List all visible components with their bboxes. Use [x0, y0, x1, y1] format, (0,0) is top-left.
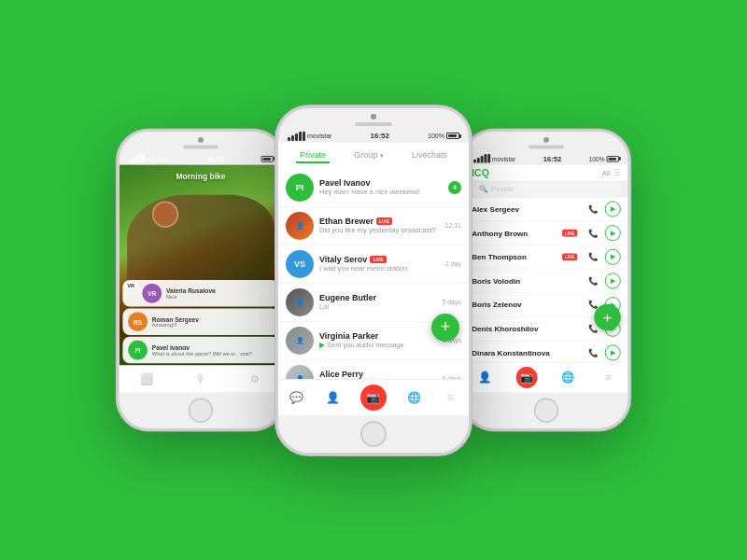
- right-carrier: movistar: [492, 156, 515, 162]
- contact-actions-alex: 📞 ▶: [585, 201, 621, 217]
- tab-livechats[interactable]: Livechats: [408, 148, 451, 163]
- contact-boris-v[interactable]: Boris Volodin 📞 ▶: [465, 270, 628, 294]
- contact-name-anthony: Anthony Brown: [472, 229, 557, 238]
- card-vr-avatar: VR: [142, 284, 162, 303]
- info-vitaly: Vitaly Serov LIVE I wait you near metro …: [319, 255, 440, 273]
- contacts-filter[interactable]: All: [602, 169, 610, 177]
- center-nav-chat-icon[interactable]: 💬: [288, 388, 306, 407]
- card-rs[interactable]: RS Roman Sergeev Amazing!!!: [122, 308, 278, 335]
- center-phone-top: [278, 108, 469, 130]
- filter-icon[interactable]: ☰: [613, 168, 621, 177]
- center-time: 16:52: [371, 132, 389, 140]
- right-battery-icon: [607, 156, 619, 162]
- name-vitaly: Vitaly Serov: [319, 255, 367, 264]
- contact-name-boris-z: Boris Zelenov: [472, 301, 581, 310]
- right-speaker: [529, 146, 564, 149]
- info-eugene: Eugene Butler Lol: [319, 293, 436, 311]
- video-alex[interactable]: ▶: [605, 201, 621, 217]
- msg-virginia: ▶ Sent you audio message: [319, 341, 436, 349]
- call-alex[interactable]: 📞: [585, 201, 601, 217]
- name-virginia: Virginia Parker: [319, 331, 378, 341]
- video-ben[interactable]: ▶: [605, 249, 621, 265]
- right-signal: movistar: [473, 154, 515, 163]
- contacts-title: ICQ: [472, 167, 489, 177]
- name-alice: Alice Perry: [319, 370, 363, 379]
- right-fab-button[interactable]: +: [594, 304, 621, 331]
- avatar-eugene: 👤: [286, 288, 314, 316]
- call-boris-v[interactable]: 📞: [585, 273, 601, 288]
- center-home-button[interactable]: [360, 421, 387, 447]
- left-carrier: movistar: [147, 156, 170, 162]
- center-status-bar: movistar 16:52 100%: [278, 130, 469, 143]
- card-pi-msg: What is about the game? Will we w... one…: [152, 351, 274, 357]
- left-nav-chat-icon[interactable]: ⬜: [137, 371, 155, 388]
- video-anthony[interactable]: ▶: [605, 225, 621, 241]
- contact-alex[interactable]: Alex Sergeev 📞 ▶: [465, 198, 628, 222]
- name-pavel: Pavel Ivanov: [319, 178, 371, 188]
- contacts-search[interactable]: 🔍 People: [472, 183, 621, 196]
- name-ethan: Ethan Brewer: [319, 217, 374, 226]
- left-battery-fill: [262, 157, 271, 160]
- call-anthony[interactable]: 📞: [585, 225, 601, 241]
- right-home-button[interactable]: [534, 398, 559, 423]
- chat-item-alice[interactable]: 👤 Alice Perry What are you doing now? 6 …: [278, 360, 469, 379]
- chat-cards: VR VR Valeria Rusalova Nice RS Roman Ser…: [120, 278, 283, 365]
- info-alice: Alice Perry What are you doing now?: [319, 370, 436, 379]
- msg-pavel: Hey man! Have a nice weekend!: [319, 188, 443, 196]
- card-vr[interactable]: VR VR Valeria Rusalova Nice: [122, 280, 278, 307]
- contact-actions-dinara: 📞 ▶: [585, 344, 621, 360]
- contact-anthony[interactable]: Anthony Brown LIVE 📞 ▶: [465, 221, 628, 245]
- vr-label: VR: [124, 282, 137, 289]
- card-pi[interactable]: PI Pavel Ivanov What is about the game? …: [122, 337, 278, 364]
- phone-center: movistar 16:52 100% Private Group ▾ Live…: [275, 105, 472, 455]
- contact-actions-ben: 📞 ▶: [585, 249, 621, 265]
- tab-private[interactable]: Private: [296, 148, 330, 163]
- avatar-alice: 👤: [286, 365, 314, 379]
- right-phone-top: [465, 132, 628, 152]
- chat-item-vitaly[interactable]: VS Vitaly Serov LIVE I wait you near met…: [278, 245, 469, 284]
- left-speaker: [183, 146, 218, 149]
- center-nav-person-icon[interactable]: 👤: [324, 388, 343, 407]
- contacts-header: ICQ All ☰: [465, 165, 628, 181]
- tab-group[interactable]: Group ▾: [350, 148, 388, 163]
- video-dinara[interactable]: ▶: [605, 344, 621, 360]
- left-bottom-nav: ⬜ 🎙 ⚙: [120, 365, 283, 392]
- chat-item-ethan[interactable]: 👤 Ethan Brewer LIVE Did you like my yest…: [278, 207, 469, 245]
- live-anthony: LIVE: [562, 230, 577, 237]
- left-battery-icon: [261, 156, 274, 162]
- left-nav-settings-icon[interactable]: ⚙: [247, 371, 264, 388]
- right-nav-camera-icon[interactable]: 📷: [515, 367, 537, 388]
- contact-dinara[interactable]: Dinara Konstantinova 📞 ▶: [465, 342, 628, 362]
- left-phone-content: Morning bike VR VR Valeria Rusalova Nice…: [120, 165, 283, 393]
- phones-container: movistar 16:52 Morning bike VR: [112, 105, 635, 455]
- video-boris-v[interactable]: ▶: [605, 273, 621, 288]
- name-row-pavel: Pavel Ivanov: [319, 178, 443, 188]
- card-rs-text: Roman Sergeev Amazing!!!: [152, 315, 274, 327]
- center-carrier: movistar: [307, 133, 331, 139]
- name-row-alice: Alice Perry: [319, 370, 436, 379]
- center-fab-button[interactable]: +: [431, 314, 459, 342]
- center-nav-globe-icon[interactable]: 🌐: [404, 388, 423, 407]
- right-nav-person-icon[interactable]: 👤: [475, 369, 493, 386]
- right-nav-sliders-icon[interactable]: ≡: [599, 369, 617, 386]
- bike-screen: Morning bike VR VR Valeria Rusalova Nice…: [120, 165, 283, 366]
- call-ben[interactable]: 📞: [585, 249, 601, 265]
- helmet-shape: [152, 201, 179, 228]
- card-rs-avatar: RS: [128, 312, 148, 331]
- left-nav-mic-icon[interactable]: 🎙: [191, 371, 209, 388]
- info-virginia: Virginia Parker ▶ Sent you audio message: [319, 331, 436, 349]
- contact-ben[interactable]: Ben Thompson LIVE 📞 ▶: [465, 245, 628, 270]
- center-nav-sliders-icon[interactable]: ≡: [441, 388, 459, 407]
- right-nav-globe-icon[interactable]: 🌐: [559, 369, 577, 386]
- center-camera: [371, 114, 376, 119]
- name-eugene: Eugene Butler: [319, 293, 376, 302]
- phone-left: movistar 16:52 Morning bike VR: [117, 130, 286, 431]
- left-home-button[interactable]: [189, 398, 214, 423]
- call-dinara[interactable]: 📞: [585, 344, 601, 360]
- center-bottom-nav: 💬 👤 📷 🌐 ≡: [278, 379, 469, 415]
- center-nav-camera-icon[interactable]: 📷: [360, 385, 387, 411]
- chat-item-pavel[interactable]: PI Pavel Ivanov Hey man! Have a nice wee…: [278, 169, 469, 207]
- name-row-eugene: Eugene Butler: [319, 293, 436, 302]
- right-camera: [543, 137, 549, 143]
- center-phone-content: Private Group ▾ Livechats PI Pavel Ivano…: [278, 143, 469, 415]
